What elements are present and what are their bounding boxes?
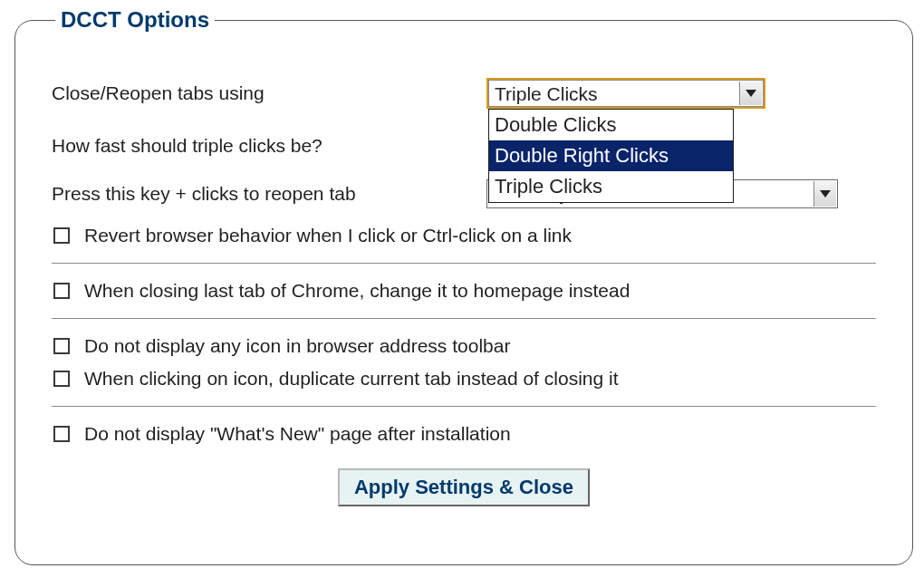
method-dropdown[interactable]: Triple Clicks Double Clicks Double Right… [486, 78, 765, 109]
method-dropdown-list[interactable]: Double Clicks Double Right Clicks Triple… [488, 109, 734, 203]
method-dropdown-value: Triple Clicks [489, 81, 763, 108]
key-dropdown-button[interactable] [813, 181, 836, 207]
checkbox-duplicate-tab[interactable] [53, 371, 70, 387]
checkbox-revert-behavior-label: Revert browser behavior when I click or … [84, 225, 572, 246]
checkbox-no-whats-new-label: Do not display "What's New" page after i… [84, 423, 511, 445]
dcct-options-panel: DCCT Options Close/Reopen tabs using Tri… [14, 7, 913, 565]
label-triple-click-speed: How fast should triple clicks be? [52, 135, 486, 157]
label-key-reopen: Press this key + clicks to reopen tab [52, 183, 486, 205]
method-dropdown-button[interactable] [739, 82, 762, 105]
separator [52, 318, 876, 319]
svg-marker-1 [820, 190, 831, 197]
checkbox-homepage-last-tab[interactable] [53, 283, 70, 299]
label-close-reopen: Close/Reopen tabs using [52, 82, 486, 104]
method-option-0[interactable]: Double Clicks [489, 110, 733, 140]
panel-legend: DCCT Options [55, 7, 215, 33]
checkbox-no-whats-new[interactable] [53, 426, 70, 442]
svg-marker-0 [746, 90, 756, 97]
checkbox-revert-behavior[interactable] [53, 227, 70, 244]
separator [52, 406, 876, 407]
chevron-down-icon [746, 90, 756, 97]
method-option-1[interactable]: Double Right Clicks [489, 140, 733, 171]
checkbox-duplicate-tab-label: When clicking on icon, duplicate current… [84, 368, 619, 390]
checkbox-no-icon[interactable] [53, 338, 70, 354]
method-option-2[interactable]: Triple Clicks [489, 171, 733, 202]
chevron-down-icon [820, 190, 831, 197]
checkbox-homepage-last-tab-label: When closing last tab of Chrome, change … [84, 280, 630, 302]
separator [52, 263, 876, 264]
apply-settings-button[interactable]: Apply Settings & Close [338, 468, 590, 506]
checkbox-no-icon-label: Do not display any icon in browser addre… [84, 335, 510, 357]
